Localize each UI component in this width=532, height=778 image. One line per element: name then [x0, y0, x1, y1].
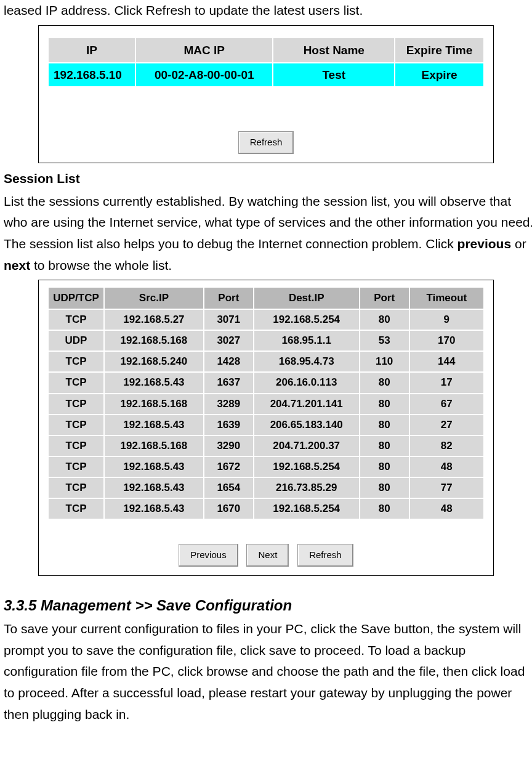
- cell-srcip: 192.168.5.168: [104, 436, 204, 456]
- cell-timeout: 27: [409, 415, 484, 436]
- cell-proto: TCP: [48, 394, 104, 415]
- cell-timeout: 9: [409, 309, 484, 330]
- refresh-button[interactable]: Refresh: [238, 131, 294, 154]
- cell-dstport: 80: [360, 394, 409, 415]
- table-row: TCP192.168.5.431654216.73.85.298077: [48, 477, 484, 498]
- cell-destip: 216.73.85.29: [254, 477, 360, 498]
- cell-srcport: 1654: [204, 477, 254, 498]
- cell-srcport: 3027: [204, 330, 254, 351]
- refresh-button[interactable]: Refresh: [297, 544, 353, 567]
- cell-srcport: 3290: [204, 436, 254, 456]
- cell-destip: 204.71.200.37: [254, 436, 360, 456]
- cell-proto: TCP: [48, 309, 104, 330]
- table-row: TCP192.168.5.2401428168.95.4.73110144: [48, 351, 484, 372]
- cell-srcip: 192.168.5.240: [104, 351, 204, 372]
- col-header-destip: Dest.IP: [254, 287, 360, 309]
- cell-destip: 168.95.4.73: [254, 351, 360, 372]
- previous-word: previous: [457, 237, 512, 251]
- session-table: UDP/TCP Src.IP Port Dest.IP Port Timeout…: [47, 286, 485, 520]
- session-list-description: List the sessions currently established.…: [4, 191, 532, 277]
- cell-srcip: 192.168.5.168: [104, 394, 204, 415]
- cell-timeout: 82: [409, 436, 484, 456]
- cell-host: Test: [273, 63, 395, 87]
- cell-srcip: 192.168.5.43: [104, 477, 204, 498]
- cell-srcport: 1670: [204, 498, 254, 519]
- table-row: TCP192.168.5.431637206.16.0.1138017: [48, 372, 484, 393]
- cell-timeout: 77: [409, 477, 484, 498]
- cell-proto: TCP: [48, 498, 104, 519]
- cell-dstport: 80: [360, 372, 409, 393]
- cell-srcip: 192.168.5.43: [104, 456, 204, 477]
- save-config-text: To save your current configuration to fi…: [4, 618, 532, 725]
- cell-destip: 168.95.1.1: [254, 330, 360, 351]
- cell-timeout: 48: [409, 498, 484, 519]
- session-button-row: Previous Next Refresh: [47, 543, 485, 567]
- cell-destip: 192.168.5.254: [254, 456, 360, 477]
- col-header-host: Host Name: [273, 38, 395, 63]
- cell-destip: 206.16.0.113: [254, 372, 360, 393]
- next-word: next: [4, 258, 30, 272]
- table-row: TCP192.168.5.1683290204.71.200.378082: [48, 436, 484, 456]
- text-fragment: or: [511, 237, 526, 251]
- col-header-srcip: Src.IP: [104, 287, 204, 309]
- cell-srcport: 1428: [204, 351, 254, 372]
- cell-dstport: 80: [360, 456, 409, 477]
- save-config-heading: 3.3.5 Management >> Save Configuration: [4, 593, 532, 618]
- table-row: TCP192.168.5.431639206.65.183.1408027: [48, 415, 484, 436]
- session-list-figure: UDP/TCP Src.IP Port Dest.IP Port Timeout…: [38, 280, 494, 575]
- cell-proto: TCP: [48, 351, 104, 372]
- table-row: 192.168.5.1000-02-A8-00-00-01TestExpire: [48, 63, 484, 87]
- cell-srcip: 192.168.5.43: [104, 498, 204, 519]
- cell-proto: TCP: [48, 456, 104, 477]
- col-header-expire: Expire Time: [395, 38, 484, 63]
- dhcp-button-row: Refresh: [47, 131, 485, 154]
- col-header-srcport: Port: [204, 287, 254, 309]
- cell-timeout: 144: [409, 351, 484, 372]
- table-row: TCP192.168.5.431670192.168.5.2548048: [48, 498, 484, 519]
- cell-proto: TCP: [48, 477, 104, 498]
- text-fragment: to browse the whole list.: [30, 258, 172, 272]
- cell-timeout: 170: [409, 330, 484, 351]
- session-list-heading: Session List: [4, 168, 532, 190]
- cell-dstport: 80: [360, 436, 409, 456]
- cell-srcport: 1672: [204, 456, 254, 477]
- cell-proto: TCP: [48, 372, 104, 393]
- cell-dstport: 80: [360, 477, 409, 498]
- col-header-mac: MAC IP: [135, 38, 273, 63]
- cell-destip: 206.65.183.140: [254, 415, 360, 436]
- cell-srcport: 1639: [204, 415, 254, 436]
- table-row: TCP192.168.5.273071192.168.5.254809: [48, 309, 484, 330]
- cell-srcport: 1637: [204, 372, 254, 393]
- col-header-dstport: Port: [360, 287, 409, 309]
- cell-ip: 192.168.5.10: [48, 63, 135, 87]
- cell-srcport: 3289: [204, 394, 254, 415]
- intro-text: leased IP address. Click Refresh to upda…: [4, 0, 532, 22]
- next-button[interactable]: Next: [246, 544, 289, 567]
- cell-dstport: 80: [360, 498, 409, 519]
- previous-button[interactable]: Previous: [179, 544, 238, 567]
- dhcp-lease-figure: IP MAC IP Host Name Expire Time 192.168.…: [38, 25, 494, 163]
- cell-dstport: 80: [360, 309, 409, 330]
- cell-proto: TCP: [48, 436, 104, 456]
- table-row: TCP192.168.5.431672192.168.5.2548048: [48, 456, 484, 477]
- cell-srcip: 192.168.5.43: [104, 372, 204, 393]
- table-header-row: IP MAC IP Host Name Expire Time: [48, 38, 484, 63]
- cell-srcip: 192.168.5.27: [104, 309, 204, 330]
- cell-proto: UDP: [48, 330, 104, 351]
- cell-timeout: 17: [409, 372, 484, 393]
- cell-dstport: 80: [360, 415, 409, 436]
- cell-destip: 192.168.5.254: [254, 498, 360, 519]
- cell-mac: 00-02-A8-00-00-01: [135, 63, 273, 87]
- text-fragment: List the sessions currently established.…: [4, 194, 532, 251]
- cell-srcport: 3071: [204, 309, 254, 330]
- cell-dstport: 53: [360, 330, 409, 351]
- table-row: TCP192.168.5.1683289204.71.201.1418067: [48, 394, 484, 415]
- cell-srcip: 192.168.5.43: [104, 415, 204, 436]
- dhcp-lease-table: IP MAC IP Host Name Expire Time 192.168.…: [47, 37, 485, 88]
- cell-destip: 192.168.5.254: [254, 309, 360, 330]
- col-header-timeout: Timeout: [409, 287, 484, 309]
- cell-destip: 204.71.201.141: [254, 394, 360, 415]
- cell-expire: Expire: [395, 63, 484, 87]
- table-header-row: UDP/TCP Src.IP Port Dest.IP Port Timeout: [48, 287, 484, 309]
- cell-dstport: 110: [360, 351, 409, 372]
